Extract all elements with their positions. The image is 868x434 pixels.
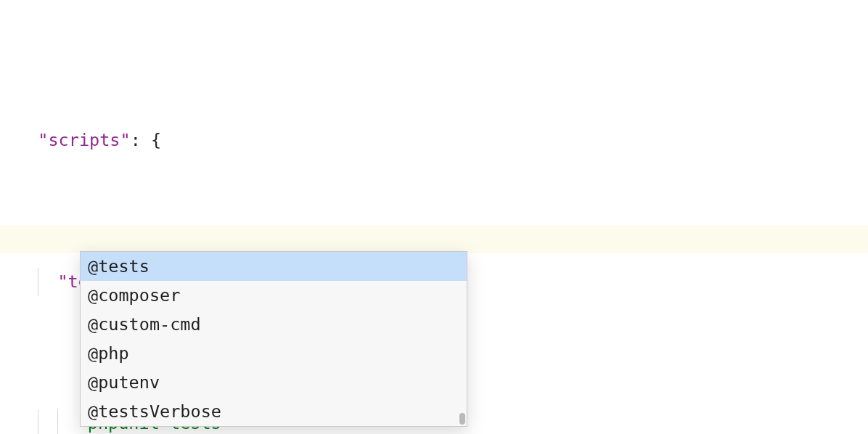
autocomplete-popup: @tests @composer @custom-cmd @php @puten… — [80, 251, 467, 427]
indent-guide — [57, 409, 58, 434]
token: : { — [131, 130, 161, 150]
indent-guide — [38, 268, 38, 296]
autocomplete-item[interactable]: @custom-cmd — [81, 310, 467, 339]
scrollbar-thumb[interactable] — [459, 413, 465, 425]
autocomplete-item[interactable]: @php — [81, 339, 467, 368]
autocomplete-item[interactable]: @putenv — [81, 368, 467, 397]
json-key: "scripts" — [38, 130, 130, 150]
indent-guide — [38, 409, 38, 434]
code-line: "scripts": { — [17, 126, 610, 155]
autocomplete-item[interactable]: @testsVerbose — [81, 397, 467, 426]
autocomplete-item[interactable]: @composer — [81, 281, 467, 310]
autocomplete-item[interactable]: @tests — [81, 252, 467, 281]
